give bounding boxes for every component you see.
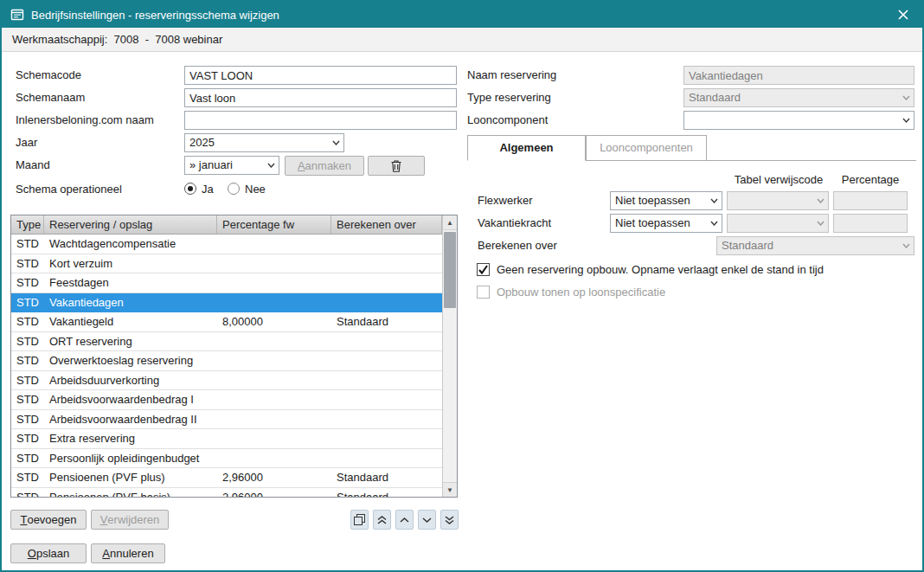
table-row[interactable]: STDArbeidsvoorwaardenbedrag II	[11, 410, 442, 430]
delete-month-button[interactable]	[368, 156, 425, 176]
table-cell: STD	[11, 332, 44, 351]
table-row[interactable]: STDPensioenen (PVF basis)2,96000Standaar…	[11, 488, 442, 498]
table-cell: Pensioenen (PVF basis)	[44, 488, 217, 498]
operationeel-nee-label[interactable]: Nee	[245, 180, 266, 199]
table-cell: Persoonlijk opleidingenbudget	[44, 449, 217, 468]
table-row[interactable]: STDKort verzuim	[11, 254, 442, 274]
jaar-label: Jaar	[16, 133, 37, 152]
naam-reservering-label: Naam reservering	[467, 66, 556, 85]
geen-reservering-label[interactable]: Geen reservering opbouw. Opname verlaagt…	[497, 260, 824, 280]
schemanaam-input[interactable]	[184, 88, 457, 107]
table-cell	[331, 351, 442, 370]
geen-reservering-checkbox[interactable]	[477, 263, 490, 276]
table-cell	[331, 332, 442, 351]
scrollbar-thumb[interactable]	[444, 232, 456, 308]
opbouw-tonen-label: Opbouw tonen op loonspecificatie	[497, 283, 665, 302]
operationeel-nee-radio[interactable]	[228, 183, 240, 195]
table-cell	[217, 371, 331, 390]
table-cell	[331, 293, 442, 312]
table-row[interactable]: STDArbeidsvoorwaardenbedrag I	[11, 390, 442, 410]
trash-icon	[391, 160, 401, 172]
vakantiekracht-select[interactable]: Niet toepassen	[610, 214, 722, 233]
table-cell: Arbeidsvoorwaardenbedrag I	[44, 390, 217, 409]
table-cell: STD	[11, 273, 44, 292]
tab-looncomponenten[interactable]: Looncomponenten	[586, 135, 707, 161]
table-row[interactable]: STDVakantiedagen	[11, 293, 442, 313]
move-down-button[interactable]	[418, 510, 436, 530]
toevoegen-button[interactable]: Toevoegen	[10, 510, 87, 530]
close-button[interactable]	[893, 4, 914, 25]
chevron-down-icon	[899, 89, 913, 106]
table-cell: 8,00000	[217, 312, 331, 331]
column-header-reservering: Reservering / opslag	[44, 215, 217, 234]
flexwerker-value: Niet toepassen	[615, 192, 706, 209]
maand-label: Maand	[16, 156, 50, 175]
chevron-down-icon	[899, 237, 913, 254]
inlenersbeloning-input[interactable]	[184, 111, 457, 130]
chevron-down-icon	[813, 192, 827, 209]
tab-algemeen[interactable]: Algemeen	[467, 135, 586, 161]
chevron-up-icon	[400, 517, 409, 523]
copy-button[interactable]	[350, 510, 369, 530]
table-cell: STD	[11, 410, 44, 429]
berekenen-over-value: Standaard	[722, 237, 898, 254]
table-row[interactable]: STDVakantiegeld8,00000Standaard	[11, 312, 442, 332]
table-cell	[217, 273, 331, 292]
annuleren-button[interactable]: Annuleren	[91, 543, 165, 563]
scroll-down-icon[interactable]: ▼	[443, 482, 457, 497]
flexwerker-percentage-input	[833, 191, 908, 210]
table-cell: 2,96000	[217, 468, 331, 487]
jaar-select[interactable]: 2025	[184, 133, 344, 152]
operationeel-ja-radio[interactable]	[184, 183, 196, 195]
operationeel-ja-label[interactable]: Ja	[202, 180, 214, 199]
table-row[interactable]: STDWachtdagencompensatie	[11, 235, 442, 254]
table-row[interactable]: STDOverwerktoeslag reservering	[11, 351, 442, 371]
table-cell: Feestdagen	[44, 273, 217, 292]
flexwerker-select[interactable]: Niet toepassen	[610, 191, 722, 210]
table-row[interactable]: STDArbeidsduurverkorting	[11, 371, 442, 391]
schemacode-label: Schemacode	[16, 66, 81, 85]
type-reservering-label: Type reservering	[467, 88, 551, 107]
vakantiekracht-label: Vakantiekracht	[478, 214, 551, 233]
move-top-button[interactable]	[373, 510, 391, 530]
table-cell: ORT reservering	[44, 332, 217, 351]
naam-reservering-input	[683, 66, 914, 85]
looncomponent-select[interactable]	[683, 111, 914, 130]
copy-icon	[354, 514, 365, 525]
opslaan-button[interactable]: Opslaan	[10, 543, 87, 563]
table-row[interactable]: STDPensioenen (PVF plus)2,96000Standaard	[11, 468, 442, 488]
table-cell: Standaard	[331, 312, 442, 331]
schemacode-input[interactable]	[184, 66, 457, 85]
table-cell	[217, 429, 331, 448]
scroll-up-icon[interactable]: ▲	[443, 215, 457, 230]
chevron-down-icon	[707, 215, 721, 232]
chevron-down-icon	[329, 134, 343, 151]
move-up-button[interactable]	[395, 510, 414, 530]
jaar-select-value: 2025	[189, 134, 328, 151]
table-row[interactable]: STDPersoonlijk opleidingenbudget	[11, 449, 442, 469]
table-cell	[217, 410, 331, 429]
table-cell: Vakantiedagen	[44, 293, 217, 312]
table-cell: STD	[11, 468, 44, 487]
table-row[interactable]: STDExtra reservering	[11, 429, 442, 449]
move-bottom-button[interactable]	[440, 510, 459, 530]
maand-select-value: » januari	[189, 157, 263, 174]
dialog-window: Bedrijfsinstellingen - reserveringsschem…	[0, 0, 924, 572]
table-header: Type Reservering / opslag Percentage fw …	[11, 215, 442, 235]
table-scrollbar[interactable]: ▲ ▼	[442, 215, 457, 497]
table-cell	[217, 332, 331, 351]
maand-select[interactable]: » januari	[184, 156, 279, 175]
table-row[interactable]: STDFeestdagen	[11, 273, 442, 293]
column-header-type: Type	[11, 215, 44, 234]
table-cell	[331, 429, 442, 448]
tabel-verwijscode-column-label: Tabel verwijscode	[725, 173, 832, 187]
close-icon	[898, 10, 908, 20]
table-cell	[331, 235, 442, 254]
titlebar: Bedrijfsinstellingen - reserveringsschem…	[2, 2, 922, 28]
table-cell: Wachtdagencompensatie	[44, 235, 217, 254]
table-cell: STD	[11, 429, 44, 448]
table-cell: Vakantiegeld	[44, 312, 217, 331]
schemanaam-label: Schemanaam	[16, 88, 85, 107]
table-body: STDWachtdagencompensatieSTDKort verzuimS…	[11, 235, 442, 497]
table-row[interactable]: STDORT reservering	[11, 332, 442, 352]
